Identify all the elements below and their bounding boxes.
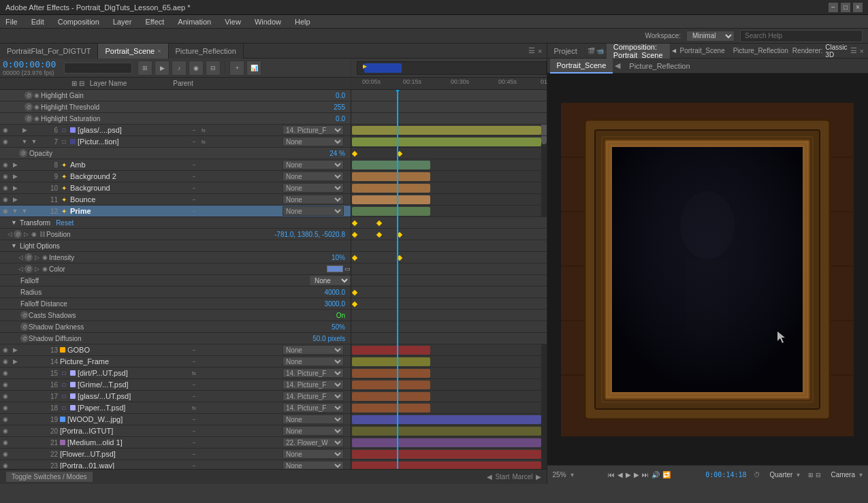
sw-10[interactable]: − [190, 184, 198, 192]
menu-window[interactable]: Window [252, 16, 284, 27]
expand-14[interactable]: ▶ [11, 357, 19, 366]
panel-menu-icon[interactable]: ☰ [528, 46, 535, 55]
sw-position[interactable]: ⏱ [14, 230, 22, 238]
parent-select-22[interactable]: None [283, 449, 344, 459]
eye-14[interactable]: ◉ [1, 357, 10, 366]
eye-19[interactable]: ◉ [1, 415, 10, 423]
parent-select-16[interactable]: 14. Picture_F [283, 380, 344, 389]
sw-color[interactable]: ⏱ [25, 265, 33, 273]
sw-9[interactable]: − [190, 172, 198, 180]
grid-icon[interactable]: ⊞ [808, 472, 814, 478]
layer-row-22[interactable]: ◉ 22 [Flower...UT.psd] − None [0, 449, 351, 460]
btn-audio[interactable]: 🔊 [652, 471, 660, 478]
layer-row-11[interactable]: ◉ ▶ 11 ✦ Bounce − None [0, 194, 351, 206]
quality-display[interactable]: Quarter [770, 471, 793, 478]
btn-first[interactable]: ⏮ [608, 471, 615, 478]
sw-fx-7[interactable]: fx [199, 137, 208, 146]
eye-23[interactable]: ◉ [1, 461, 10, 469]
parent-select-8[interactable]: None [283, 160, 344, 169]
layer-row-6[interactable]: ◉ ▶ 6 □ [glass/....psd] − fx [0, 125, 351, 136]
parent-select-13[interactable]: None [283, 345, 344, 355]
layer-row-20[interactable]: ◉ 20 [Portra...IGTUT] − None [0, 425, 351, 437]
eye-18[interactable]: ◉ [1, 404, 10, 412]
zoom-level[interactable]: 25% [553, 471, 566, 478]
camera-display[interactable]: Camera [831, 471, 855, 478]
expand-9[interactable]: ▶ [11, 172, 19, 180]
sw-12[interactable]: − [190, 207, 198, 215]
shadow-diffusion-value[interactable]: 50.0 pixels [312, 335, 345, 342]
parent-select-14[interactable]: None [283, 357, 344, 366]
btn-loop[interactable]: 🔁 [662, 471, 671, 478]
sw-21[interactable]: − [190, 438, 198, 447]
menu-file[interactable]: File [3, 16, 20, 27]
eye-9[interactable]: ◉ [1, 172, 10, 180]
minimize-btn[interactable]: − [829, 3, 838, 12]
expand-13[interactable]: ▶ [11, 346, 19, 354]
eye-6[interactable]: ◉ [1, 126, 10, 134]
solo-7[interactable] [11, 137, 19, 146]
falloff-select[interactable]: None Smooth Inverse Square Clamped [310, 276, 351, 285]
panel-menu-right[interactable]: ☰ [850, 46, 857, 55]
shadow-darkness-value[interactable]: 50% [332, 323, 345, 331]
workspace-select[interactable]: Minimal Standard [686, 31, 735, 42]
layer-row-13[interactable]: ◉▶ 13 GOBO − None [0, 344, 351, 356]
eye-21[interactable]: ◉ [1, 438, 10, 447]
layer-row-14[interactable]: ◉▶ 14 Picture_Frame − None [0, 356, 351, 368]
menu-effect[interactable]: Effect [142, 16, 167, 27]
vis-color[interactable]: ◉ [41, 265, 49, 273]
comp-view-reflection[interactable]: Picture_Reflection [622, 59, 696, 74]
expand-11[interactable]: ▶ [11, 195, 19, 204]
parent-select-6[interactable]: 14. Picture_FNone [283, 125, 344, 135]
vis-highlight-saturation[interactable]: ◉ [33, 114, 41, 123]
eye-11[interactable]: ◉ [1, 195, 10, 204]
eye-20[interactable]: ◉ [1, 427, 10, 435]
layer-row-12[interactable]: ◉ ▼ ▼ 12 ✦ Prime − None [0, 206, 351, 217]
hide-btn[interactable]: ⊟ [206, 61, 221, 76]
timeline-work-area[interactable]: ▸ [357, 61, 547, 75]
opacity-value[interactable]: 24 % [329, 150, 345, 157]
panel-close-icon[interactable]: × [538, 47, 542, 55]
nav-prev[interactable]: ◀ [487, 473, 492, 481]
transform-header[interactable]: ▼ Transform Reset [0, 217, 351, 229]
link-pos[interactable]: ⛓ [38, 230, 46, 238]
solo-btn[interactable]: ◉ [189, 61, 204, 76]
project-tab[interactable]: Project [547, 44, 585, 59]
menu-layer[interactable]: Layer [110, 16, 135, 27]
parent-select-10[interactable]: None [283, 183, 344, 193]
sw-fx-6[interactable]: fx [199, 126, 208, 134]
sw-highlight-gain[interactable]: ⏱ [25, 91, 33, 99]
comp-btn[interactable]: ⊞ [138, 61, 152, 76]
tab-close-portrait[interactable]: × [157, 48, 161, 54]
layer-row-10[interactable]: ◉ ▶ 10 ✦ Background − None [0, 182, 351, 194]
color-swatch[interactable] [327, 265, 343, 272]
comp-view-portrait[interactable]: Portrait_Scene [550, 59, 613, 74]
audio-btn[interactable]: ♪ [172, 61, 187, 76]
highlight-saturation-value[interactable]: 0.0 [336, 115, 345, 123]
nav-next[interactable]: ▶ [536, 473, 541, 481]
comp-tab-portrait-scene[interactable]: Portrait_Scene [676, 47, 729, 54]
btn-next-frame[interactable]: ▶ [634, 471, 639, 478]
kf-right-int[interactable]: ▷ [33, 253, 41, 261]
highlight-threshold-value[interactable]: 255 [334, 103, 345, 111]
expand-6[interactable]: ▶ [20, 126, 29, 134]
layer-row-23[interactable]: ◉ 23 [Portra...01.wav] − None [0, 460, 351, 469]
comp-nav-arrow[interactable]: ◀ [613, 61, 622, 70]
eye-8[interactable]: ◉ [1, 161, 10, 169]
vis-highlight-gain[interactable]: ◉ [33, 91, 41, 99]
expand-10[interactable]: ▶ [11, 184, 19, 192]
expand-7b[interactable]: ▼ [30, 137, 38, 146]
sw-shadow-diffusion[interactable]: ⏱ [20, 334, 29, 342]
sw-shadow-darkness[interactable]: ⏱ [20, 323, 29, 331]
parent-select-7[interactable]: None [283, 137, 344, 146]
parent-select-21[interactable]: 22. Flower_W [283, 438, 344, 447]
menu-edit[interactable]: Edit [29, 16, 47, 27]
falloff-dist-value[interactable]: 3000.0 [324, 300, 345, 308]
tab-portrait-scene[interactable]: Portrait_Scene × [98, 44, 168, 59]
transform-reset[interactable]: Reset [56, 219, 74, 227]
camera-dropdown[interactable]: ▾ [859, 471, 863, 478]
intensity-value[interactable]: 10% [332, 254, 345, 261]
layer-row-8[interactable]: ◉ ▶ 8 ✦ Amb − None [0, 159, 351, 171]
parent-select-19[interactable]: None [283, 415, 344, 424]
eye-17[interactable]: ◉ [1, 392, 10, 400]
new-layer-btn[interactable]: + [229, 61, 244, 76]
